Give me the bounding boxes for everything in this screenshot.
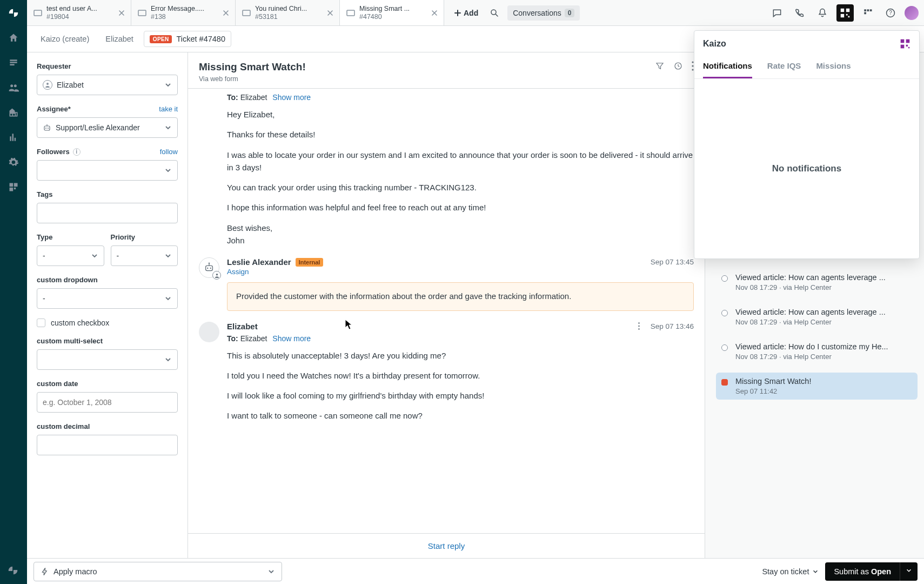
timeline-dot-icon xyxy=(721,344,728,351)
priority-select[interactable]: - xyxy=(111,245,178,266)
close-icon[interactable] xyxy=(118,9,125,17)
phone-icon[interactable] xyxy=(791,4,808,22)
chevron-down-icon xyxy=(267,568,275,575)
custom-multi-select[interactable] xyxy=(37,349,178,370)
custom-decimal-label: custom decimal xyxy=(37,422,178,430)
apps-grid-icon[interactable] xyxy=(859,4,876,22)
conversation-panel: Missing Smart Watch! Via web form To: El… xyxy=(188,52,705,558)
assign-link[interactable]: Assign xyxy=(227,268,694,276)
stay-on-ticket-button[interactable]: Stay on ticket xyxy=(762,567,819,576)
svg-rect-10 xyxy=(846,8,849,11)
bell-icon[interactable] xyxy=(814,4,831,22)
kaizo-tab-rate-iqs[interactable]: Rate IQS xyxy=(767,57,801,78)
take-it-link[interactable]: take it xyxy=(159,105,178,113)
svg-rect-5 xyxy=(138,10,146,16)
timeline-meta: Nov 08 17:29 · via Help Center xyxy=(735,283,886,291)
svg-point-23 xyxy=(48,128,49,129)
tab-ticket-138[interactable]: Error Message..... #138 xyxy=(131,0,236,25)
follow-link[interactable]: follow xyxy=(160,148,178,156)
timeline-item[interactable]: Viewed article: How can agents leverage … xyxy=(716,269,918,296)
custom-decimal-input[interactable] xyxy=(37,435,178,455)
timeline-item-active[interactable]: Missing Smart Watch! Sep 07 11:42 xyxy=(716,373,918,400)
svg-rect-36 xyxy=(901,39,905,43)
search-icon xyxy=(490,8,499,18)
chat-icon[interactable] xyxy=(768,4,786,22)
tab-title: You ruined Chri... xyxy=(255,5,322,12)
filter-icon[interactable] xyxy=(655,61,665,71)
reporting-icon[interactable] xyxy=(7,131,20,144)
ticket-via: Via web form xyxy=(199,75,306,83)
svg-rect-7 xyxy=(347,10,354,16)
internal-badge: Internal xyxy=(296,258,324,267)
timeline-title: Missing Smart Watch! xyxy=(735,377,811,386)
top-tab-strip: test end user A... #19804 Error Message.… xyxy=(27,0,924,26)
stay-label: Stay on ticket xyxy=(762,567,809,576)
customers-icon[interactable] xyxy=(7,81,20,94)
kaizo-popup: Kaizo Notifications Rate IQS Missions No… xyxy=(694,30,920,259)
type-value: - xyxy=(43,251,45,260)
history-icon[interactable] xyxy=(673,61,683,71)
kaizo-rail-icon[interactable] xyxy=(7,181,20,194)
svg-point-20 xyxy=(46,83,49,85)
svg-rect-15 xyxy=(867,9,869,11)
kaizo-tab-missions[interactable]: Missions xyxy=(816,57,851,78)
ticket-footer: Apply macro Stay on ticket Submit as Ope… xyxy=(27,558,924,584)
organizations-icon[interactable] xyxy=(7,106,20,119)
tab-number: #19804 xyxy=(46,13,113,21)
apply-macro-button[interactable]: Apply macro xyxy=(34,562,282,581)
chevron-down-icon xyxy=(164,167,172,174)
show-more-link[interactable]: Show more xyxy=(272,93,311,102)
custom-date-input[interactable] xyxy=(37,392,178,413)
custom-date-label: custom date xyxy=(37,380,178,388)
svg-point-35 xyxy=(638,328,640,330)
help-icon[interactable]: ? xyxy=(882,4,899,22)
type-select[interactable]: - xyxy=(37,245,104,266)
entry-time: Sep 07 13:45 xyxy=(651,258,694,266)
crumb-ticket[interactable]: OPEN Ticket #47480 xyxy=(144,31,231,47)
timeline-meta: Nov 08 17:29 · via Help Center xyxy=(735,318,886,326)
conversations-button[interactable]: Conversations 0 xyxy=(507,5,580,21)
submit-button[interactable]: Submit as Open xyxy=(825,562,900,581)
assignee-select[interactable]: Support/Leslie Alexander xyxy=(37,117,178,138)
admin-gear-icon[interactable] xyxy=(7,156,20,169)
submit-dropdown-button[interactable] xyxy=(900,562,918,581)
kaizo-tab-notifications[interactable]: Notifications xyxy=(703,57,752,78)
tags-input[interactable] xyxy=(37,203,178,223)
custom-dropdown-select[interactable]: - xyxy=(37,288,178,309)
search-button[interactable] xyxy=(486,4,503,22)
add-tab-button[interactable]: Add xyxy=(451,9,481,17)
views-list-icon[interactable] xyxy=(7,56,20,69)
tab-number: #47480 xyxy=(359,13,426,21)
crumb-requester[interactable]: Elizabet xyxy=(99,31,139,47)
requester-select[interactable]: Elizabet xyxy=(37,75,178,95)
crumb-kaizo[interactable]: Kaizo (create) xyxy=(35,31,95,47)
home-icon[interactable] xyxy=(7,31,20,44)
timeline-open-status-icon xyxy=(721,379,728,386)
close-icon[interactable] xyxy=(222,9,230,17)
tab-ticket-53181[interactable]: You ruined Chri... #53181 xyxy=(236,0,340,25)
ticket-icon xyxy=(34,9,42,17)
timeline-title: Viewed article: How do I customize my He… xyxy=(735,342,888,351)
start-reply-button[interactable]: Start reply xyxy=(188,533,705,558)
chevron-down-icon xyxy=(91,252,98,260)
zendesk-logo-icon[interactable] xyxy=(7,6,20,19)
profile-avatar[interactable] xyxy=(905,6,919,20)
custom-checkbox[interactable]: custom checkbox xyxy=(37,318,178,327)
close-icon[interactable] xyxy=(431,9,438,17)
close-icon[interactable] xyxy=(326,9,334,17)
assignee-value: Support/Leslie Alexander xyxy=(56,123,140,132)
svg-rect-3 xyxy=(14,188,16,189)
entry-overflow-menu[interactable] xyxy=(635,322,643,330)
tab-ticket-19804[interactable]: test end user A... #19804 xyxy=(27,0,131,25)
timeline-item[interactable]: Viewed article: How can agents leverage … xyxy=(716,303,918,330)
kaizo-app-button[interactable] xyxy=(836,4,854,22)
svg-point-29 xyxy=(207,268,208,269)
svg-text:?: ? xyxy=(889,10,892,16)
followers-label: Followersi xyxy=(37,148,81,156)
agent-avatar xyxy=(199,257,219,278)
info-icon[interactable]: i xyxy=(73,148,81,156)
followers-select[interactable] xyxy=(37,160,178,181)
show-more-link[interactable]: Show more xyxy=(272,334,311,343)
tab-ticket-47480[interactable]: Missing Smart ... #47480 xyxy=(340,0,444,25)
timeline-item[interactable]: Viewed article: How do I customize my He… xyxy=(716,338,918,365)
